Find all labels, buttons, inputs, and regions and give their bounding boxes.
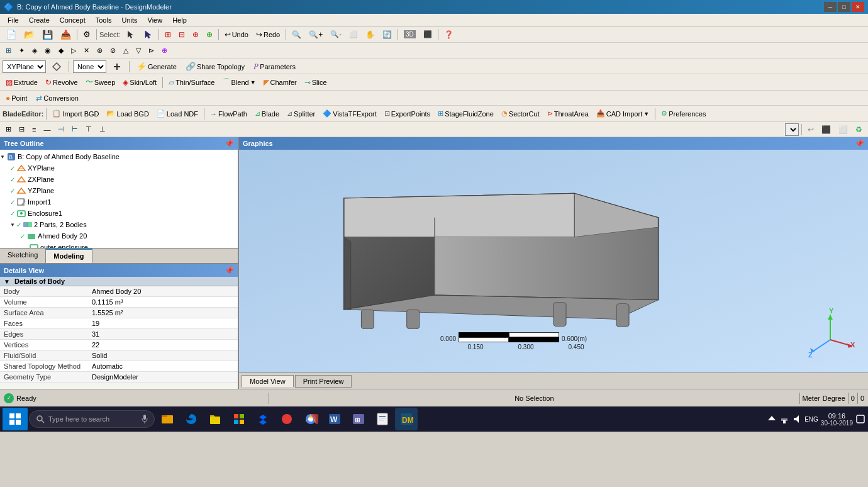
menu-concept[interactable]: Concept	[55, 15, 91, 25]
taskbar-app6[interactable]	[275, 408, 298, 430]
tool-h[interactable]: ⊛	[94, 45, 106, 56]
thin-surface-button[interactable]: ▱ Thin/Surface	[165, 77, 218, 88]
vistaTF-button[interactable]: 🔷 VistaTFExport	[320, 108, 380, 119]
maximize-button[interactable]: □	[838, 2, 850, 12]
tree-yzplane[interactable]: ✓ YZPlane	[0, 185, 238, 196]
extra-btn2[interactable]: ⬛	[818, 124, 834, 135]
extra-d[interactable]: —	[40, 125, 53, 135]
load-ndf-button[interactable]: 📄 Load NDF	[153, 108, 201, 119]
tool-c[interactable]: ◈	[29, 45, 40, 56]
taskbar-store[interactable]	[228, 408, 250, 430]
select-mode2[interactable]	[140, 28, 156, 41]
plane-add-btn[interactable]	[109, 60, 125, 73]
taskbar-search-box[interactable]: Type here to search	[29, 410, 155, 428]
select-mode1[interactable]	[122, 28, 138, 41]
tool-m[interactable]: ⊕	[159, 45, 170, 56]
tool-b[interactable]: ✦	[16, 45, 28, 56]
tree-root[interactable]: ▼ B B: Copy of Ahmed Body Baseline	[0, 151, 238, 162]
extra-h[interactable]: ⊥	[96, 124, 109, 135]
tree-zxplane[interactable]: ✓ ZXPlane	[0, 174, 238, 185]
revolve-button[interactable]: ↻ Revolve	[42, 77, 81, 88]
extra-btn4[interactable]: ♻	[852, 124, 865, 135]
extra-dropdown[interactable]	[785, 123, 799, 136]
blend-button[interactable]: ⌒ Blend ▼	[220, 76, 259, 89]
blade-button[interactable]: ⊿ Blade	[252, 108, 282, 119]
extra-f[interactable]: ⊢	[69, 124, 81, 135]
taskbar-wordpad[interactable]	[371, 408, 394, 430]
open-button[interactable]: 📂	[21, 28, 38, 41]
conversion-button[interactable]: ⇄ Conversion	[33, 92, 82, 104]
new-button[interactable]: 📄	[3, 28, 19, 41]
tree-outer-enclosure[interactable]: outer enclosure	[0, 242, 238, 248]
share-topology-button[interactable]: 🔗 Share Topology	[182, 60, 248, 72]
extra-c[interactable]: ≡	[29, 125, 39, 135]
tool-l[interactable]: ⊳	[145, 45, 157, 56]
chamfer-button[interactable]: ◤ Chamfer	[260, 77, 300, 88]
taskbar-dropbox[interactable]	[252, 408, 274, 430]
toolbar-btn-c[interactable]: ⊕	[189, 29, 202, 40]
start-button[interactable]	[3, 408, 28, 430]
extra-e[interactable]: ⊣	[55, 124, 67, 135]
tree-2parts[interactable]: ▼ ✓ 2 Parts, 2 Bodies	[0, 219, 238, 230]
tool-i[interactable]: ⊘	[107, 45, 119, 56]
tool-j[interactable]: △	[120, 45, 131, 56]
extrude-button[interactable]: ▨ Extrude	[3, 77, 41, 88]
tool-f[interactable]: ▷	[68, 45, 79, 56]
menu-create[interactable]: Create	[24, 15, 55, 25]
sweep-button[interactable]: 〜 Sweep	[82, 76, 119, 89]
tree-import1[interactable]: ✓ Import1	[0, 196, 238, 208]
tool-g[interactable]: ✕	[81, 45, 92, 56]
import-button[interactable]: 📥	[57, 28, 74, 41]
zoom-fit[interactable]: 🔍	[289, 29, 304, 40]
undo-button[interactable]: ↩ Undo	[221, 29, 252, 40]
model-view-tab[interactable]: Model View	[242, 375, 294, 387]
pan[interactable]: ✋	[362, 29, 378, 40]
taskbar-edge[interactable]	[180, 408, 203, 430]
save-button[interactable]: 💾	[39, 28, 56, 41]
taskbar-explorer[interactable]	[156, 408, 179, 430]
menu-file[interactable]: File	[3, 15, 24, 25]
toolbar-btn-a[interactable]: ⊞	[162, 29, 174, 40]
minimize-button[interactable]: ─	[824, 2, 837, 12]
redo-button[interactable]: ↪ Redo	[253, 29, 283, 40]
load-bgd-button[interactable]: 📂 Load BGD	[103, 108, 152, 119]
menu-view[interactable]: View	[143, 15, 168, 25]
tool-d[interactable]: ◉	[42, 45, 54, 56]
menu-tools[interactable]: Tools	[91, 15, 117, 25]
sector-cut-button[interactable]: ◔ SectorCut	[498, 108, 543, 119]
rotate[interactable]: 🔄	[379, 29, 395, 40]
up-arrow-icon[interactable]	[767, 414, 777, 424]
toolbar-btn-d[interactable]: ⊕	[203, 29, 216, 40]
extra-btn3[interactable]: ⬜	[835, 124, 851, 135]
zoom-box[interactable]: ⬜	[346, 29, 361, 40]
preferences-button[interactable]: ⚙ Preferences	[658, 108, 709, 119]
parameters-button[interactable]: 𝑃 Parameters	[250, 60, 299, 73]
close-button[interactable]: ✕	[852, 2, 864, 12]
extra-g[interactable]: ⊤	[82, 124, 95, 135]
graphics-viewport[interactable]: ANSYS 2019 R3	[239, 150, 868, 372]
print-preview-tab[interactable]: Print Preview	[295, 375, 352, 388]
view-front[interactable]: ⬛	[420, 29, 435, 40]
tool-a[interactable]: ⊞	[3, 45, 14, 56]
skin-loft-button[interactable]: ◈ Skin/Loft	[120, 77, 160, 88]
tool-k[interactable]: ▽	[133, 45, 144, 56]
point-button[interactable]: ● Point	[3, 92, 30, 104]
view-iso[interactable]: 3D	[401, 29, 419, 40]
stage-fluid-button[interactable]: ⊞ StageFluidZone	[435, 108, 497, 119]
taskbar-teams[interactable]: ⊞	[347, 408, 370, 430]
flowpath-button[interactable]: → FlowPath	[207, 109, 250, 119]
export-points-button[interactable]: ⊡ ExportPoints	[381, 108, 433, 119]
extra-b[interactable]: ⊟	[16, 124, 28, 135]
tree-ahmed-body[interactable]: ✓ Ahmed Body 20	[0, 230, 238, 242]
settings-button[interactable]: ⚙	[80, 28, 94, 40]
toolbar-btn-b[interactable]: ⊟	[175, 29, 188, 40]
tab-sketching[interactable]: Sketching	[0, 249, 46, 263]
throat-area-button[interactable]: ⊳ ThroatArea	[544, 108, 592, 119]
taskbar-files[interactable]	[204, 408, 226, 430]
tab-modeling[interactable]: Modeling	[46, 249, 92, 263]
tree-content[interactable]: ▼ B B: Copy of Ahmed Body Baseline ✓ XYP…	[0, 150, 238, 248]
splitter-button[interactable]: ⊿ Splitter	[284, 108, 318, 119]
tool-e[interactable]: ◆	[55, 45, 67, 56]
menu-units[interactable]: Units	[116, 15, 142, 25]
help-button[interactable]: ❓	[441, 29, 457, 40]
